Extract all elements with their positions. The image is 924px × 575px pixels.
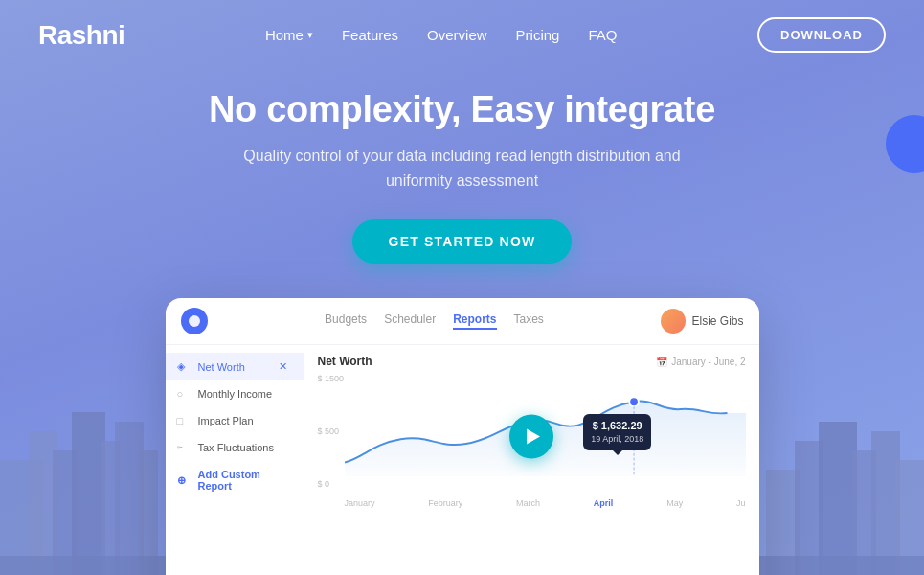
- play-button[interactable]: [509, 414, 553, 458]
- sidebar-item-label: Impact Plan: [198, 415, 254, 426]
- nav-links: Home Features Overview Pricing F: [265, 27, 618, 44]
- sidebar-item-tax-fluctuations[interactable]: ≈ Tax Fluctuations: [166, 434, 304, 461]
- nav-item-pricing[interactable]: Pricing: [516, 27, 560, 44]
- y-label-mid: $ 500: [318, 426, 345, 436]
- dashboard-card: Budgets Scheduler Reports Taxes Elsie Gi…: [166, 298, 759, 575]
- doc-icon: □: [177, 415, 191, 426]
- tab-budgets[interactable]: Budgets: [325, 312, 367, 330]
- sidebar-item-add-custom[interactable]: ⊕ Add Custom Report: [166, 461, 304, 499]
- tab-reports[interactable]: Reports: [453, 312, 496, 330]
- tab-scheduler[interactable]: Scheduler: [384, 312, 436, 330]
- x-label-apr: April: [594, 498, 614, 508]
- tab-taxes[interactable]: Taxes: [514, 312, 544, 330]
- nav-item-overview[interactable]: Overview: [427, 27, 487, 44]
- play-icon: [527, 428, 540, 444]
- nav-item-features[interactable]: Features: [342, 27, 398, 44]
- logo: Rashni: [38, 20, 124, 51]
- chart-area: $ 1500 $ 500 $ 0: [318, 374, 746, 508]
- dashboard-body: ◈ Net Worth ✕ ○ Monthly Income □ Impact …: [166, 345, 759, 575]
- cta-button[interactable]: GET STARTED NOW: [352, 219, 573, 264]
- y-label-top: $ 1500: [318, 374, 345, 383]
- tooltip-price: $ 1,632.29: [591, 419, 643, 433]
- x-label-jun: Ju: [736, 498, 746, 508]
- x-label-mar: March: [516, 498, 540, 508]
- svg-rect-9: [819, 422, 857, 575]
- sidebar-item-label: Tax Fluctuations: [198, 442, 274, 453]
- sidebar-item-action: ✕: [279, 360, 292, 373]
- sidebar-item-net-worth[interactable]: ◈ Net Worth ✕: [166, 353, 304, 380]
- chart-tooltip: $ 1,632.29 19 April, 2018: [583, 414, 651, 450]
- hero-headline: No complexity, Easy integrate: [38, 89, 886, 130]
- avatar: [661, 309, 686, 334]
- chart-icon: ◈: [177, 360, 191, 373]
- dashboard-user: Elsie Gibs: [661, 309, 743, 334]
- hero-section: No complexity, Easy integrate Quality co…: [0, 70, 924, 264]
- x-label-feb: February: [428, 498, 462, 508]
- dashboard-wrapper: Budgets Scheduler Reports Taxes Elsie Gi…: [166, 298, 759, 575]
- dashboard-tabs: Budgets Scheduler Reports Taxes: [219, 312, 650, 330]
- user-name: Elsie Gibs: [691, 314, 743, 328]
- chart-date-range: 📅 January - June, 2: [656, 356, 745, 367]
- chart-icon-2: ○: [177, 388, 191, 400]
- sidebar-item-impact-plan[interactable]: □ Impact Plan: [166, 407, 304, 434]
- page-container: Rashni Home Features Overview Pricing: [0, 0, 924, 575]
- download-button[interactable]: DOWNLOAD: [757, 17, 886, 53]
- nav-link-overview[interactable]: Overview: [427, 27, 487, 43]
- chart-x-labels: January February March April May Ju: [345, 498, 746, 508]
- nav-item-home[interactable]: Home: [265, 27, 313, 43]
- chart-y-labels: $ 1500 $ 500 $ 0: [318, 374, 345, 489]
- x-label-may: May: [666, 498, 683, 508]
- tooltip-date: 19 April, 2018: [591, 433, 643, 446]
- sidebar-item-label: Add Custom Report: [198, 469, 292, 492]
- nav-link-faq[interactable]: FAQ: [588, 27, 617, 43]
- chart-title: Net Worth: [318, 355, 372, 368]
- chart-header: Net Worth 📅 January - June, 2: [318, 355, 746, 368]
- sidebar: ◈ Net Worth ✕ ○ Monthly Income □ Impact …: [166, 345, 304, 575]
- sidebar-item-label: Monthly Income: [198, 388, 273, 400]
- navbar: Rashni Home Features Overview Pricing: [0, 0, 924, 70]
- plus-icon: ⊕: [177, 474, 191, 487]
- calendar-icon: 📅: [656, 356, 667, 367]
- hero-subtext: Quality control of your data including r…: [223, 144, 702, 193]
- dashboard-logo: [181, 308, 208, 334]
- sidebar-item-monthly-income[interactable]: ○ Monthly Income: [166, 380, 304, 407]
- dashboard-header: Budgets Scheduler Reports Taxes Elsie Gi…: [166, 298, 759, 345]
- nav-item-faq[interactable]: FAQ: [588, 27, 617, 44]
- sidebar-item-label: Net Worth: [198, 361, 245, 373]
- nav-link-features[interactable]: Features: [342, 27, 398, 43]
- nav-link-home[interactable]: Home: [265, 27, 313, 43]
- y-label-bot: $ 0: [318, 479, 345, 489]
- trend-icon: ≈: [177, 442, 191, 453]
- nav-link-pricing[interactable]: Pricing: [516, 27, 560, 43]
- svg-rect-3: [72, 412, 105, 575]
- x-label-jan: January: [345, 498, 375, 508]
- main-chart-area: Net Worth 📅 January - June, 2 $ 1500 $ 5…: [304, 345, 759, 575]
